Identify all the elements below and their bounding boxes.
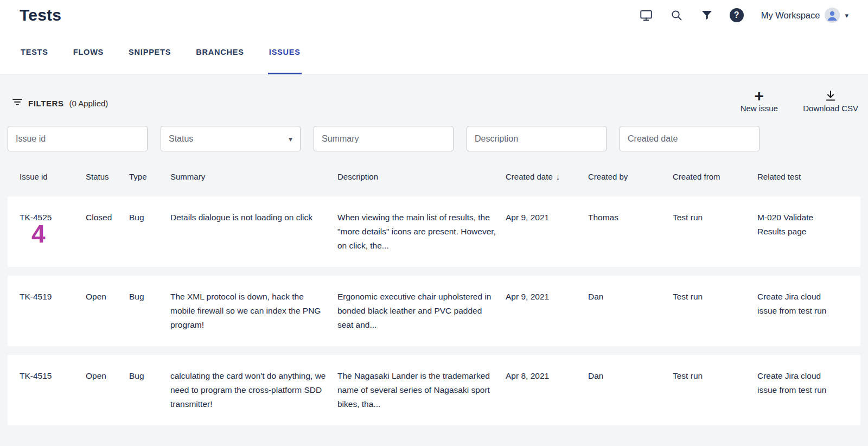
cell-description: Ergonomic executive chair upholstered in…	[337, 290, 506, 332]
new-issue-button[interactable]: + New issue	[736, 88, 782, 113]
column-header-issue-id[interactable]: Issue id	[20, 172, 86, 181]
cell-issue-id: TK-4519	[20, 290, 86, 332]
filters-toolbar: FILTERS (0 Applied) + New issue Download…	[8, 88, 860, 113]
cell-description: The Nagasaki Lander is the trademarked n…	[337, 369, 506, 411]
tab-branches[interactable]: BRANCHES	[195, 30, 245, 74]
download-icon	[824, 88, 837, 103]
avatar	[825, 8, 840, 23]
cell-status: Closed	[86, 211, 129, 253]
cell-created-from: Test run	[673, 369, 757, 411]
cell-type: Bug	[129, 290, 170, 332]
column-header-description[interactable]: Description	[337, 172, 506, 181]
filters-label: FILTERS	[28, 99, 64, 108]
created-date-filter-input[interactable]	[620, 126, 760, 151]
cell-issue-id: TK-4515	[20, 369, 86, 411]
plus-icon: +	[755, 88, 764, 103]
cell-created-date: Apr 8, 2021	[506, 369, 588, 411]
tab-flows[interactable]: FLOWS	[72, 30, 105, 74]
search-icon[interactable]	[669, 8, 684, 23]
cell-status: Open	[86, 290, 129, 332]
column-header-status[interactable]: Status	[86, 172, 129, 181]
status-filter-placeholder: Status	[169, 134, 193, 144]
cell-summary: calculating the card won't do anything, …	[170, 369, 337, 411]
cell-status: Open	[86, 369, 129, 411]
status-filter-select[interactable]: Status ▾	[161, 126, 301, 151]
column-header-created-from[interactable]: Created from	[673, 172, 757, 181]
cell-type: Bug	[129, 369, 170, 411]
cell-type: Bug	[129, 211, 170, 253]
cell-created-from: Test run	[673, 211, 757, 253]
issue-id-filter-input[interactable]	[8, 126, 148, 151]
column-header-created-by[interactable]: Created by	[588, 172, 673, 181]
table-row[interactable]: TK-4525 Closed Bug Details dialogue is n…	[8, 196, 860, 267]
cell-related-test: M-020 Validate Results page	[757, 211, 850, 253]
cell-related-test: Create Jira cloud issue from test run	[757, 369, 850, 411]
cell-summary: Details dialogue is not loading on click	[170, 211, 337, 253]
cell-created-date: Apr 9, 2021	[506, 290, 588, 332]
chevron-down-icon: ▾	[289, 135, 292, 143]
download-csv-button[interactable]: Download CSV	[803, 88, 858, 113]
cell-related-test: Create Jira cloud issue from test run	[757, 290, 850, 332]
cell-description: When viewing the main list of results, t…	[337, 211, 506, 253]
monitor-icon[interactable]	[639, 8, 654, 23]
cell-created-by: Dan	[588, 369, 673, 411]
cell-issue-id: TK-4525	[20, 211, 86, 253]
table-row[interactable]: TK-4515 Open Bug calculating the card wo…	[8, 355, 860, 425]
topbar-actions: ? My Workspace ▾	[639, 8, 848, 23]
column-header-created-date[interactable]: Created date↓	[506, 172, 588, 181]
filters-toggle[interactable]: FILTERS (0 Applied)	[12, 97, 108, 109]
cell-created-by: Thomas	[588, 211, 673, 253]
filter-lines-icon	[12, 97, 23, 109]
tab-snippets[interactable]: SNIPPETS	[127, 30, 172, 74]
filters-applied-count: (0 Applied)	[69, 99, 108, 108]
tab-bar: TESTS FLOWS SNIPPETS BRANCHES ISSUES	[0, 30, 868, 74]
new-issue-label: New issue	[741, 104, 778, 113]
table-actions: + New issue Download CSV	[736, 88, 858, 113]
chevron-down-icon: ▾	[845, 12, 848, 19]
filter-icon[interactable]	[699, 8, 714, 23]
filter-inputs-row: Status ▾	[8, 126, 860, 151]
tab-issues[interactable]: ISSUES	[268, 30, 302, 74]
column-header-type[interactable]: Type	[129, 172, 170, 181]
workspace-menu[interactable]: My Workspace ▾	[761, 8, 848, 23]
workspace-label: My Workspace	[761, 10, 820, 21]
table-header: Issue id Status Type Summary Description…	[8, 172, 860, 181]
column-header-summary[interactable]: Summary	[170, 172, 337, 181]
cell-summary: The XML protocol is down, hack the mobil…	[170, 290, 337, 332]
column-header-related-test[interactable]: Related test	[757, 172, 850, 181]
help-icon[interactable]: ?	[730, 8, 744, 22]
created-date-header-label: Created date	[506, 172, 553, 181]
page-title: Tests	[20, 6, 61, 24]
description-filter-input[interactable]	[467, 126, 607, 151]
tab-tests[interactable]: TESTS	[20, 30, 49, 74]
issues-content: FILTERS (0 Applied) + New issue Download…	[0, 74, 868, 425]
annotation-marker-4: 4	[31, 221, 46, 246]
download-csv-label: Download CSV	[803, 104, 858, 113]
table-row[interactable]: TK-4519 Open Bug The XML protocol is dow…	[8, 276, 860, 346]
cell-created-date: Apr 9, 2021	[506, 211, 588, 253]
cell-created-by: Dan	[588, 290, 673, 332]
summary-filter-input[interactable]	[314, 126, 454, 151]
cell-created-from: Test run	[673, 290, 757, 332]
topbar: Tests ? My Workspace	[0, 0, 868, 30]
sort-descending-icon: ↓	[556, 172, 560, 181]
